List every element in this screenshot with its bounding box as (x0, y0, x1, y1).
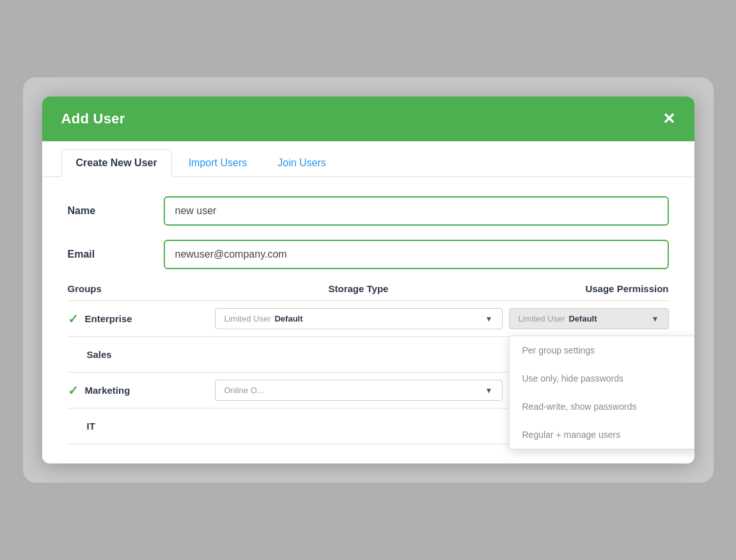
tabs-row: Create New User Import Users Join Users (42, 141, 694, 177)
checkmark-marketing: ✓ (68, 383, 79, 398)
dropdown-item-limited[interactable]: Use only, hide passwords Limited User (510, 364, 694, 393)
group-name-enterprise: ✓ Enterprise (68, 305, 208, 333)
outer-frame: Add User ✕ Create New User Import Users … (23, 77, 714, 483)
group-name-marketing: ✓ Marketing (68, 377, 208, 405)
tab-join-users[interactable]: Join Users (263, 150, 340, 176)
email-field-row: Email (68, 240, 669, 269)
modal-header: Add User ✕ (42, 97, 694, 141)
modal-title: Add User (61, 111, 125, 127)
storage-cell-it (208, 420, 509, 433)
usage-dropdown-enterprise[interactable]: Limited User Default ▼ (509, 308, 669, 329)
groups-header-row: Groups Storage Type Usage Permission (68, 283, 669, 301)
usage-cell-enterprise[interactable]: Limited User Default ▼ Per group setting… (509, 302, 669, 336)
col-usage-header: Usage Permission (509, 283, 669, 294)
dropdown-item-default[interactable]: Per group settings Default (510, 336, 694, 364)
email-label: Email (68, 249, 151, 260)
chevron-down-icon: ▼ (485, 315, 493, 323)
modal: Add User ✕ Create New User Import Users … (42, 97, 694, 463)
dropdown-item-manager[interactable]: Regular + manage users Group Manager (510, 421, 694, 449)
col-storage-header: Storage Type (208, 283, 509, 294)
group-row-enterprise: ✓ Enterprise Limited User Default ▼ Limi… (68, 301, 669, 337)
group-name-sales: Sales (68, 343, 208, 366)
storage-dropdown-enterprise[interactable]: Limited User Default ▼ (215, 308, 503, 329)
storage-cell-sales (208, 348, 509, 361)
close-button[interactable]: ✕ (662, 111, 675, 127)
storage-dropdown-marketing[interactable]: Online O... ▼ (215, 380, 503, 401)
group-name-it: IT (68, 414, 208, 438)
chevron-down-icon: ▼ (652, 315, 659, 323)
name-input[interactable] (164, 196, 669, 226)
email-input[interactable] (164, 240, 669, 269)
groups-section: Groups Storage Type Usage Permission ✓ E… (68, 283, 669, 444)
dropdown-item-regular[interactable]: Read-write, show passwords Regular User (510, 393, 694, 421)
name-label: Name (68, 205, 151, 217)
modal-body: Name Email Groups Storage Type Usage Per… (42, 177, 694, 463)
name-field-row: Name (68, 196, 669, 226)
storage-cell-enterprise: Limited User Default ▼ (208, 302, 509, 336)
chevron-down-icon: ▼ (485, 386, 493, 395)
tab-create-new-user[interactable]: Create New User (61, 149, 172, 177)
col-groups-header: Groups (68, 283, 208, 294)
storage-cell-marketing: Online O... ▼ (208, 373, 509, 407)
usage-dropdown-menu: Per group settings Default Use only, hid… (509, 336, 694, 449)
checkmark-enterprise: ✓ (68, 311, 79, 327)
tab-import-users[interactable]: Import Users (175, 150, 262, 176)
